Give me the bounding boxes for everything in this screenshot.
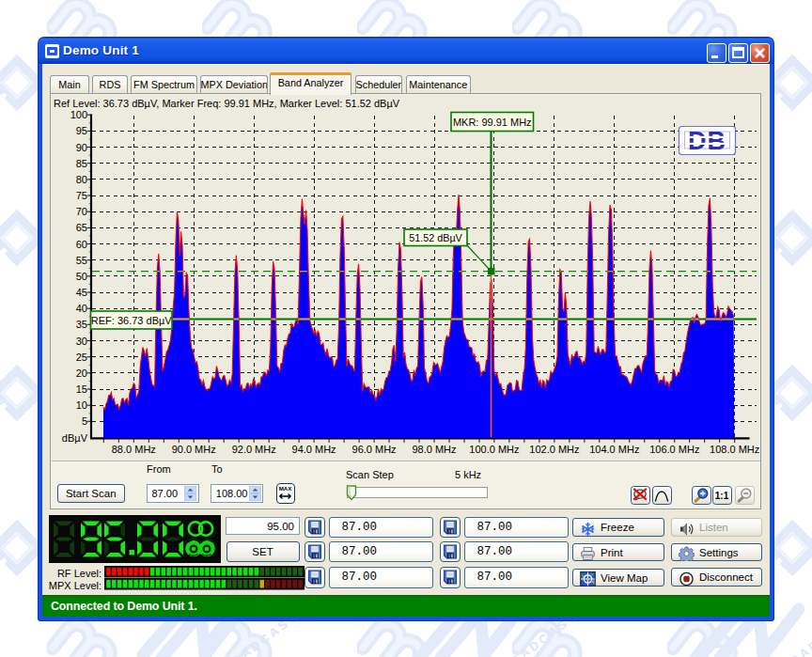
svg-text:92.0 MHz: 92.0 MHz (232, 444, 276, 455)
svg-text:90.0 MHz: 90.0 MHz (172, 444, 216, 455)
svg-text:70: 70 (76, 206, 87, 217)
svg-text:65: 65 (76, 222, 87, 233)
svg-text:35: 35 (76, 319, 87, 330)
svg-text:96.0 MHz: 96.0 MHz (352, 444, 397, 455)
svg-text:MAX: MAX (278, 485, 292, 492)
svg-text:MKR: 99.91 MHz: MKR: 99.91 MHz (453, 117, 532, 128)
svg-text:108.0 MHz: 108.0 MHz (710, 444, 759, 455)
svg-text:80: 80 (76, 174, 87, 185)
svg-text:100.0 MHz: 100.0 MHz (469, 444, 519, 455)
svg-text:40: 40 (76, 303, 87, 314)
svg-text:25: 25 (76, 352, 87, 363)
svg-text:50: 50 (76, 271, 87, 282)
svg-text:95: 95 (76, 125, 87, 136)
svg-text:104.0 MHz: 104.0 MHz (589, 444, 639, 455)
svg-text:REF: 36.73 dBµV: REF: 36.73 dBµV (91, 315, 172, 326)
svg-text:30: 30 (76, 336, 87, 347)
svg-text:1:1: 1:1 (715, 490, 729, 500)
svg-text:94.0 MHz: 94.0 MHz (292, 444, 336, 455)
svg-text:90: 90 (76, 142, 87, 153)
svg-text:60: 60 (76, 239, 87, 250)
svg-text:100: 100 (70, 109, 87, 120)
svg-text:15: 15 (76, 383, 87, 395)
svg-text:51.52 dBµV: 51.52 dBµV (409, 232, 462, 243)
svg-text:dBµV: dBµV (62, 432, 88, 444)
svg-text:Ref Level: 36.73 dBµV, Marker: Ref Level: 36.73 dBµV, Marker Freq: 99.9… (54, 98, 400, 109)
svg-text:85: 85 (76, 158, 87, 169)
svg-text:45: 45 (76, 287, 87, 298)
svg-text:106.0 MHz: 106.0 MHz (649, 444, 699, 455)
svg-text:98.0 MHz: 98.0 MHz (412, 444, 456, 455)
svg-text:88.0 MHz: 88.0 MHz (112, 444, 156, 455)
svg-text:20: 20 (76, 368, 87, 379)
svg-text:55: 55 (76, 255, 87, 266)
svg-text:10: 10 (76, 399, 87, 411)
svg-text:5: 5 (82, 415, 87, 427)
svg-text:75: 75 (76, 190, 87, 201)
svg-text:102.0 MHz: 102.0 MHz (529, 444, 579, 455)
